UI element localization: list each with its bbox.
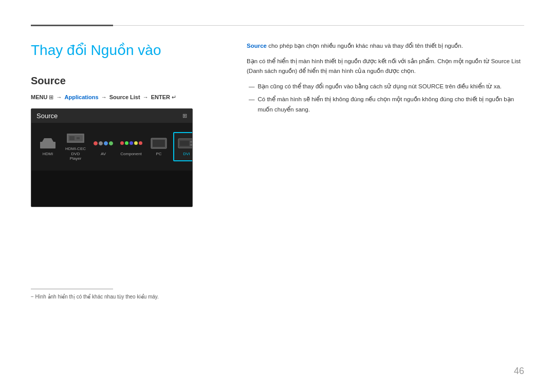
av-label: AV — [101, 152, 106, 157]
right-paragraph1: Source cho phép bạn chọn nhiều nguồn khá… — [247, 41, 524, 51]
svg-marker-1 — [42, 138, 53, 142]
svg-rect-9 — [180, 141, 189, 146]
source-item-pc[interactable]: PC — [145, 133, 172, 161]
svg-rect-0 — [40, 142, 55, 148]
bullet-item-1: ― Bạn cũng có thể thay đổi nguồn vào bằn… — [247, 82, 524, 92]
component-label: Component — [120, 152, 141, 157]
pc-icon — [150, 137, 168, 150]
av-icon — [94, 137, 113, 150]
enter-icon: ↵ — [172, 94, 176, 100]
component-icon — [122, 137, 140, 150]
enter-label: ENTER — [151, 94, 172, 100]
arrow2: → — [101, 94, 107, 100]
svg-point-10 — [190, 141, 192, 143]
arrow3: → — [143, 94, 149, 100]
arrow1: → — [57, 94, 62, 100]
footnote-divider — [31, 289, 113, 289]
source-bottom-area — [31, 171, 192, 207]
page-number: 46 — [514, 366, 524, 377]
footnote-text: − Hình ảnh hiển thị có thể khác nhau tùy… — [31, 294, 159, 300]
right-column: Source cho phép bạn chọn nhiều nguồn khá… — [247, 41, 524, 118]
source-item-hdmi-cec[interactable]: HDMI-CECDVD Player — [62, 128, 89, 165]
menu-label: MENU — [31, 94, 47, 100]
svg-point-11 — [190, 144, 192, 146]
section-title: Source — [31, 75, 226, 87]
source-highlight: Source — [247, 43, 267, 49]
hdmi-cec-icon — [66, 132, 85, 144]
source-header: Source ⊞ — [31, 109, 192, 123]
page-container: Thay đổi Nguồn vào Source MENU ⊞ → Appli… — [0, 0, 555, 392]
source-list-label: Source List — [109, 94, 142, 100]
bullet-item-2: ― Có thể màn hình sẽ hiển thị không đúng… — [247, 95, 524, 115]
page-title: Thay đổi Nguồn vào — [31, 41, 226, 60]
pc-label: PC — [156, 152, 161, 157]
bullet-text-1: Bạn cũng có thể thay đổi nguồn vào bằng … — [258, 82, 502, 92]
right-paragraph2: Bạn có thể hiển thị màn hình thiết bị ng… — [247, 57, 524, 77]
hdmi-cec-label: HDMI-CECDVD Player — [65, 146, 86, 161]
svg-rect-4 — [69, 136, 75, 140]
paragraph1-text: cho phép bạn chọn nhiều nguồn khác nhau … — [268, 43, 463, 49]
applications-label: Applications — [65, 94, 100, 100]
svg-rect-7 — [153, 140, 165, 147]
top-line-light — [113, 25, 524, 26]
dash-1: ― — [249, 82, 255, 92]
dvi-icon — [177, 137, 193, 150]
top-line-dark — [31, 25, 113, 26]
hdmi-label: HDMI — [43, 152, 53, 157]
source-bold: SOURCE — [418, 83, 443, 89]
source-item-hdmi[interactable]: HDMI — [34, 133, 61, 161]
source-header-title: Source — [36, 112, 58, 120]
menu-path: MENU ⊞ → Applications → Source List → EN… — [31, 93, 226, 102]
bullet-text-2: Có thể màn hình sẽ hiển thị không đúng n… — [258, 95, 525, 115]
left-column: Thay đổi Nguồn vào Source MENU ⊞ → Appli… — [31, 41, 226, 207]
source-item-av[interactable]: AV — [90, 133, 117, 161]
menu-icon: ⊞ — [49, 94, 55, 100]
source-item-component[interactable]: Component — [118, 133, 144, 161]
dash-2: ― — [249, 95, 255, 115]
source-item-dvi[interactable]: DVI — [173, 132, 193, 162]
source-mockup: Source ⊞ HDMI — [31, 108, 193, 207]
hdmi-icon — [39, 137, 57, 150]
top-decorative-lines — [31, 25, 524, 26]
svg-rect-5 — [77, 137, 80, 139]
source-items-row: HDMI HDMI-CECDVD Player — [31, 123, 192, 171]
dvi-label: DVI — [183, 152, 190, 157]
source-header-icon: ⊞ — [182, 113, 187, 119]
